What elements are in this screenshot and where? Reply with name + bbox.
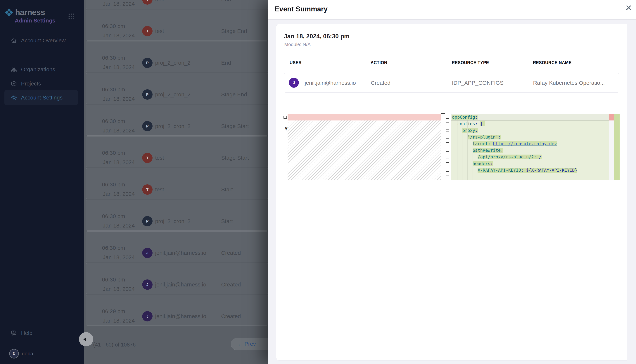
user-avatar: D [9, 349, 19, 358]
diff-gutter-marker [446, 169, 449, 172]
event-action: End [221, 0, 231, 2]
overview-ruler [609, 114, 614, 180]
modal-title: Event Summary [275, 5, 328, 13]
removed-ruler-marker [609, 114, 614, 120]
modal-header: Event Summary [268, 0, 636, 20]
harness-audit-trail-screen: harness Admin Settings Account Overview … [0, 0, 636, 364]
code-line: '/rs-plugin': [451, 134, 610, 140]
event-time: 06:30 pm [102, 86, 125, 93]
added-code-lines: appConfig: configs: |- proxy: '/rs-plugi… [451, 114, 609, 180]
event-action: Start [221, 218, 233, 224]
avatar: P [142, 58, 152, 68]
cube-icon [11, 80, 17, 87]
close-button[interactable] [624, 3, 633, 12]
module-subtitle: Admin Settings [15, 18, 55, 24]
event-action: Created [371, 80, 390, 86]
indent-guide [457, 120, 458, 180]
gear-icon [11, 94, 17, 101]
event-module: Module: N/A [284, 42, 311, 47]
event-resource-type: IDP_APP_CONFIGS [452, 80, 504, 86]
table-row[interactable]: 06:30 pm Jan 18, 2024 J jenil.jain@harne… [86, 263, 268, 294]
table-row[interactable]: 06:30 pm Jan 18, 2024 J jenil.jain@harne… [86, 231, 268, 262]
empty-region-hatch [288, 120, 441, 180]
code-line: proxy: [451, 127, 610, 134]
table-row[interactable]: 06:30 pm Jan 18, 2024 T test Stage End [86, 10, 268, 40]
event-time: 06:30 pm [102, 213, 125, 220]
avatar: J [142, 280, 152, 290]
table-row[interactable]: 06:30 pm Jan 18, 2024 P proj_2_cron_2 St… [86, 200, 268, 231]
sidebar-collapse-handle[interactable] [79, 332, 93, 346]
event-user: jenil.jain@harness.io [305, 80, 356, 86]
table-row[interactable]: 06:30 pm Jan 18, 2024 T test Stage Start [86, 136, 268, 167]
event-time: 06:30 pm [102, 118, 125, 124]
event-action: Stage Start [221, 123, 249, 129]
app-grid-icon[interactable] [68, 13, 75, 20]
sidebar-item-label: Account Overview [21, 38, 66, 44]
diff-gutter-marker [446, 149, 449, 152]
sidebar-item-label: Organizations [21, 66, 55, 72]
event-action: End [221, 60, 231, 66]
event-summary-row: J jenil.jain@harness.io Created IDP_APP_… [284, 73, 619, 93]
code-line: configs: |- [451, 120, 610, 127]
event-time: 06:30 pm [102, 245, 125, 251]
diff-pane-divider-extension [441, 180, 442, 354]
harness-logo-icon [5, 8, 13, 16]
sidebar-accent-divider [5, 26, 78, 26]
scrollbar-mark [441, 113, 445, 114]
sidebar-item-projects[interactable]: Projects [5, 76, 78, 91]
event-date: Jan 18, 2024 [103, 254, 135, 260]
help-label: Help [21, 330, 33, 336]
diff-gutter-marker [446, 162, 449, 165]
diff-gutter-marker [446, 156, 449, 158]
added-ruler-marker [614, 114, 619, 180]
event-date: Jan 18, 2024 [103, 191, 135, 197]
code-line: X-RAFAY-API-KEYID: ${X-RAFAY-API-KEYID} [451, 167, 610, 174]
table-row[interactable]: 06:29 pm Jan 18, 2024 J jenil.jain@harne… [86, 295, 268, 326]
column-header-resource-type: RESOURCE TYPE [452, 60, 489, 65]
modal-body: Jan 18, 2024, 06:30 pm Module: N/A USER … [268, 20, 636, 364]
table-row[interactable]: 06:30 pm Jan 18, 2024 P proj_2_cron_2 St… [86, 105, 268, 136]
event-user: jenil.jain@harness.io [155, 250, 206, 256]
user-name: deba [22, 351, 33, 357]
logo-text: harness [15, 8, 45, 17]
table-row[interactable]: Jan 18, 2024 T test End [86, 0, 268, 9]
avatar: J [142, 248, 152, 258]
indent-guide [467, 120, 468, 180]
event-user: test [155, 186, 164, 193]
avatar: T [142, 26, 152, 36]
event-user: proj_2_cron_2 [155, 123, 190, 129]
pagination-range: (41 - 60) of 10876 [93, 342, 136, 348]
table-row[interactable]: 06:30 pm Jan 18, 2024 T test Start [86, 168, 268, 199]
sidebar-item-account-settings[interactable]: Account Settings [5, 90, 78, 105]
event-action: Stage Start [221, 155, 249, 161]
prev-page-button[interactable]: ← Prev [237, 341, 256, 347]
event-action: Stage End [221, 28, 247, 34]
event-date: Jan 18, 2024 [103, 222, 135, 229]
event-date: Jan 18, 2024 [103, 96, 135, 102]
sidebar-item-account-overview[interactable]: Account Overview [5, 33, 78, 48]
diff-gutter-marker [446, 176, 449, 178]
event-action: Stage End [221, 91, 247, 98]
table-row[interactable]: 06:30 pm Jan 18, 2024 P proj_2_cron_2 St… [86, 73, 268, 104]
code-line: /api/proxy/rs-plugin/?: / [451, 154, 610, 160]
code-line [451, 174, 610, 180]
event-date: Jan 18, 2024 [103, 64, 135, 70]
diff-gutter-marker [446, 142, 449, 145]
sidebar-item-help[interactable]: ? Help [5, 326, 78, 340]
code-line: headers: [451, 160, 610, 167]
event-user: test [155, 28, 164, 34]
diff-gutter-marker [446, 116, 449, 119]
column-header-user: USER [290, 60, 302, 65]
avatar: P [142, 121, 152, 131]
event-action: Created [221, 250, 241, 256]
event-user: test [155, 0, 164, 2]
event-summary-modal: Event Summary Jan 18, 2024, 06:30 pm Mod… [268, 0, 636, 364]
avatar: T [142, 184, 152, 195]
event-action: Created [221, 282, 241, 288]
sidebar-item-organizations[interactable]: Organizations [5, 62, 78, 77]
avatar: P [142, 216, 152, 226]
table-row[interactable]: 06:30 pm Jan 18, 2024 P proj_2_cron_2 En… [86, 41, 268, 72]
current-user-chip[interactable]: D deba [9, 349, 33, 358]
yaml-diff-editor[interactable]: appConfig: configs: |- proxy: '/rs-plugi… [282, 114, 619, 180]
event-user: proj_2_cron_2 [155, 60, 190, 66]
